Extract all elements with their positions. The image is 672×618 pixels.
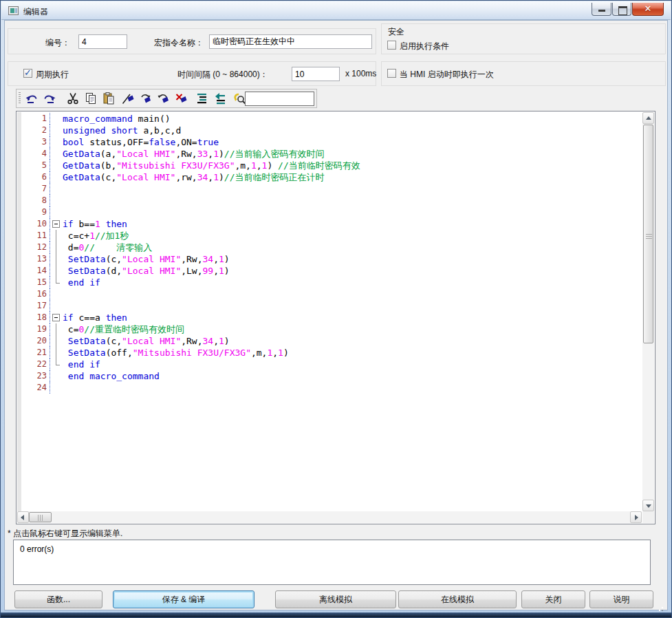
- code-text: if b==1 then: [62, 218, 127, 230]
- clear-bookmarks-icon[interactable]: [175, 92, 190, 107]
- paste-icon[interactable]: [102, 92, 117, 107]
- vertical-scrollbar-thumb[interactable]: [643, 125, 653, 343]
- code-line: 2unsigned short a,b,c,d: [21, 125, 642, 136]
- code-text: [62, 382, 63, 394]
- security-panel: 安全 启用执行条件: [381, 23, 666, 54]
- editor-window: 编辑器 编号： 宏指令名称： 安全 启用执行条件 周期执行 时间间隔 (0 ~ …: [0, 0, 672, 618]
- fold-marker: [50, 265, 62, 277]
- line-number: 7: [21, 183, 50, 195]
- toggle-bookmark-icon[interactable]: [121, 92, 136, 107]
- code-line: 11 c=c+1//加1秒: [21, 230, 642, 242]
- interval-input[interactable]: [292, 67, 340, 81]
- code-text: end macro_command: [62, 370, 160, 382]
- macro-id-input[interactable]: [78, 34, 127, 49]
- code-line: 10if b==1 then: [21, 218, 642, 230]
- run-on-startup-checkbox[interactable]: [387, 69, 396, 78]
- code-line: 12 d=0// 清零输入: [21, 242, 642, 253]
- scroll-right-icon[interactable]: [630, 511, 642, 523]
- code-text: [62, 206, 63, 218]
- prev-bookmark-icon[interactable]: [157, 92, 172, 107]
- startup-panel: 当 HMI 启动时即执行一次: [381, 61, 666, 86]
- error-output-panel: 0 error(s): [13, 540, 651, 585]
- horizontal-scrollbar-thumb[interactable]: [29, 512, 52, 522]
- line-number: 16: [21, 288, 50, 300]
- code-text: c=0//重置临时密码有效时间: [62, 323, 184, 335]
- functions-button[interactable]: 函数...: [14, 590, 102, 608]
- scroll-left-icon[interactable]: [17, 511, 29, 523]
- app-icon: [8, 6, 19, 15]
- fold-marker: [50, 359, 62, 370]
- code-lines[interactable]: 1macro_command main()2unsigned short a,b…: [21, 113, 642, 511]
- code-text: GetData(c,"Local HMI",rw,34,1)//当前临时密码正在…: [62, 171, 324, 183]
- toolbar-gripper: [19, 92, 21, 105]
- scroll-down-icon[interactable]: [642, 500, 654, 511]
- offline-simulation-button[interactable]: 离线模拟: [275, 590, 396, 608]
- code-text: unsigned short a,b,c,d: [62, 125, 181, 136]
- fold-marker: [50, 206, 62, 218]
- titlebar: 编辑器: [1, 1, 671, 20]
- code-line: 5GetData(b,"Mitsubishi FX3U/FX3G",m,1,1)…: [21, 160, 642, 171]
- code-text: GetData(a,"Local HMI",Rw,33,1)//当前输入密码有效…: [62, 148, 324, 160]
- fold-marker: [50, 323, 62, 335]
- fold-marker: [50, 113, 62, 125]
- close-icon[interactable]: [632, 3, 664, 16]
- code-line: 14 SetData(d,"Local HMI",Lw,99,1): [21, 265, 642, 277]
- fold-marker: [50, 277, 62, 288]
- code-line: 18if c==a then: [21, 312, 642, 323]
- code-editor[interactable]: 1macro_command main()2unsigned short a,b…: [16, 111, 655, 524]
- copy-icon[interactable]: [84, 92, 99, 107]
- code-text: c=c+1//加1秒: [62, 230, 129, 242]
- macro-name-label: 宏指令名称：: [154, 37, 204, 49]
- code-text: GetData(b,"Mitsubishi FX3U/FX3G",m,1,1) …: [62, 160, 360, 171]
- outdent-icon[interactable]: [213, 92, 228, 107]
- code-text: macro_command main(): [62, 113, 171, 125]
- vertical-scrollbar[interactable]: [642, 112, 654, 511]
- maximize-icon[interactable]: [612, 3, 631, 16]
- help-button[interactable]: 说明: [589, 590, 653, 608]
- undo-icon[interactable]: [25, 92, 40, 107]
- fold-marker: [50, 335, 62, 347]
- line-number: 14: [21, 265, 50, 277]
- fold-marker: [50, 242, 62, 253]
- periodic-exec-checkbox[interactable]: [23, 69, 32, 78]
- save-compile-button[interactable]: 保存 & 编译: [113, 590, 254, 608]
- exec-condition-label: 启用执行条件: [400, 41, 449, 52]
- fold-marker: [50, 253, 62, 265]
- fold-marker: [50, 300, 62, 312]
- code-text: [62, 183, 63, 195]
- indent-icon[interactable]: [195, 92, 210, 107]
- code-text: SetData(d,"Local HMI",Lw,99,1): [62, 265, 230, 277]
- exec-condition-checkbox[interactable]: [387, 41, 396, 50]
- next-bookmark-icon[interactable]: [139, 92, 154, 107]
- macro-name-input[interactable]: [209, 34, 372, 49]
- fold-marker: [50, 288, 62, 300]
- scroll-up-icon[interactable]: [642, 112, 654, 124]
- horizontal-scrollbar[interactable]: [17, 511, 642, 523]
- code-text: bool status,OFF=false,ON=true: [62, 136, 219, 148]
- fold-toggle-icon[interactable]: [50, 218, 62, 230]
- fold-toggle-icon[interactable]: [50, 312, 62, 323]
- code-line: 8: [21, 195, 642, 206]
- code-line: 16: [21, 288, 642, 300]
- cut-icon[interactable]: [66, 92, 81, 107]
- fold-marker: [50, 125, 62, 136]
- minimize-icon[interactable]: [592, 3, 611, 16]
- redo-icon[interactable]: [43, 92, 58, 107]
- code-line: 17: [21, 300, 642, 312]
- fold-marker: [50, 183, 62, 195]
- error-count-text: 0 error(s): [20, 544, 54, 554]
- line-number: 12: [21, 242, 50, 253]
- line-number: 2: [21, 125, 50, 136]
- code-line: 7: [21, 183, 642, 195]
- toolbar-search-input[interactable]: [245, 92, 314, 106]
- online-simulation-button[interactable]: 在线模拟: [398, 590, 517, 608]
- line-number: 24: [21, 382, 50, 394]
- line-number: 21: [21, 347, 50, 359]
- line-number: 9: [21, 206, 50, 218]
- fold-marker: [50, 382, 62, 394]
- fold-marker: [50, 195, 62, 206]
- code-line: 9: [21, 206, 642, 218]
- basic-info-panel: 编号： 宏指令名称：: [8, 28, 376, 54]
- close-button[interactable]: 关闭: [521, 590, 585, 608]
- code-line: 3bool status,OFF=false,ON=true: [21, 136, 642, 148]
